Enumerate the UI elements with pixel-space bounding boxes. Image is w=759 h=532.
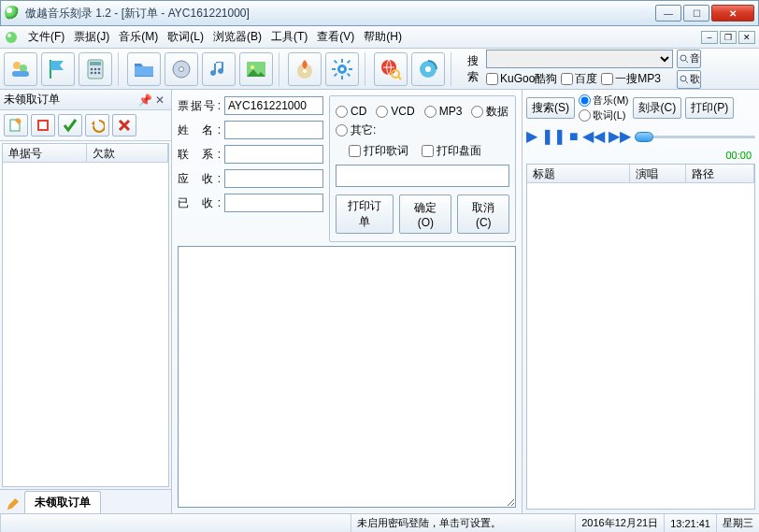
engine-baidu-checkbox[interactable]: 百度 xyxy=(561,71,597,87)
statusbar: 未启用密码登陆，单击可设置。 2016年12月21日 13:21:41 星期三 xyxy=(0,513,759,532)
svg-point-7 xyxy=(91,67,93,70)
receipt-input[interactable] xyxy=(224,96,323,115)
name-input[interactable] xyxy=(224,121,323,139)
mdi-restore-button[interactable]: ❐ xyxy=(720,31,737,44)
mdi-minimize-button[interactable]: – xyxy=(701,31,718,44)
svg-point-33 xyxy=(680,55,686,61)
time-label: 00:00 xyxy=(526,150,755,161)
contact-input[interactable] xyxy=(224,145,323,164)
menu-tool[interactable]: 工具(T) xyxy=(271,29,308,45)
minimize-button[interactable]: — xyxy=(655,5,681,22)
col-receipt-id[interactable]: 单据号 xyxy=(3,144,87,162)
undo-button[interactable] xyxy=(85,114,109,137)
maximize-button[interactable]: ☐ xyxy=(683,5,709,22)
contact-label: 联 系: xyxy=(178,147,221,163)
tool-globe-search-icon[interactable] xyxy=(374,52,408,86)
col-artist[interactable]: 演唱 xyxy=(630,165,686,182)
radio-other[interactable]: 其它: xyxy=(336,122,376,138)
next-button[interactable]: ▶▶ xyxy=(609,127,631,145)
menu-file[interactable]: 文件(F) xyxy=(28,29,64,45)
play-button[interactable]: ▶ xyxy=(526,127,537,145)
orders-table[interactable]: 单据号 欠款 xyxy=(2,143,169,487)
check-print-cover[interactable]: 打印盘面 xyxy=(422,143,481,159)
radio-vcd[interactable]: VCD xyxy=(376,105,414,118)
menu-receipt[interactable]: 票据(J) xyxy=(74,29,109,45)
tab-pending-orders[interactable]: 未领取订单 xyxy=(24,491,101,513)
playlist-table[interactable]: 标题 演唱 路径 xyxy=(526,164,755,510)
right-search-button[interactable]: 搜索(S) xyxy=(526,97,575,119)
tab-pen-icon xyxy=(4,496,21,513)
pin-icon[interactable]: 📌 xyxy=(137,93,152,108)
menu-view[interactable]: 查看(V) xyxy=(317,29,354,45)
status-message[interactable]: 未启用密码登陆，单击可设置。 xyxy=(351,514,575,532)
menu-lyric[interactable]: 歌词(L) xyxy=(167,29,204,45)
toolbar: 搜索 音 KuGoo酷狗 百度 一搜MP3 歌 xyxy=(0,49,759,90)
stop-button[interactable]: ■ xyxy=(569,128,579,145)
tool-flag-icon[interactable] xyxy=(41,52,75,86)
delete-button[interactable] xyxy=(112,114,136,137)
receivable-input[interactable] xyxy=(224,169,323,188)
tool-note-icon[interactable] xyxy=(202,52,236,86)
menu-music[interactable]: 音乐(M) xyxy=(119,29,158,45)
tool-disc-spin-icon[interactable] xyxy=(411,52,445,86)
search-lyric-button[interactable]: 歌 xyxy=(677,70,701,89)
svg-point-0 xyxy=(6,32,17,43)
tool-calc-icon[interactable] xyxy=(79,52,112,86)
radio-mp3[interactable]: MP3 xyxy=(424,105,463,118)
svg-rect-21 xyxy=(341,76,343,79)
svg-rect-4 xyxy=(12,71,29,77)
close-button[interactable]: ✕ xyxy=(711,5,754,22)
cancel-button[interactable]: 取消(C) xyxy=(457,194,509,234)
right-radio-music[interactable]: 音乐(M) xyxy=(579,93,629,108)
check-print-lyric[interactable]: 打印歌词 xyxy=(349,143,408,159)
menu-browser[interactable]: 浏览器(B) xyxy=(213,29,262,45)
new-order-button[interactable] xyxy=(4,114,28,137)
col-title[interactable]: 标题 xyxy=(527,165,630,182)
menu-icon xyxy=(4,30,19,45)
menu-help[interactable]: 帮助(H) xyxy=(364,29,402,45)
edit-order-button[interactable] xyxy=(31,114,55,137)
tool-burn-icon[interactable] xyxy=(288,52,322,86)
svg-rect-22 xyxy=(332,68,336,70)
tool-image-icon[interactable] xyxy=(239,52,273,86)
app-icon xyxy=(5,6,20,21)
right-burn-button[interactable]: 刻录(C) xyxy=(633,97,682,119)
confirm-button[interactable] xyxy=(58,114,82,137)
receivable-label: 应 收: xyxy=(178,171,221,187)
right-radio-lyric[interactable]: 歌词(L) xyxy=(579,108,629,122)
col-due[interactable]: 欠款 xyxy=(87,144,168,162)
radio-cd[interactable]: CD xyxy=(336,105,366,118)
name-label: 姓 名: xyxy=(178,122,221,138)
svg-rect-25 xyxy=(347,72,351,76)
search-music-button[interactable]: 音 xyxy=(677,50,701,68)
window-title: 傲越音乐刻录 1.2 - [新订单 - AYC161221000] xyxy=(25,6,655,22)
svg-point-11 xyxy=(94,71,97,74)
received-input[interactable] xyxy=(224,194,323,212)
left-panel: 未领取订单 📌 ✕ 单据号 欠款 未领取订单 xyxy=(0,90,172,513)
col-path[interactable]: 路径 xyxy=(686,165,754,182)
svg-point-16 xyxy=(251,65,254,69)
svg-rect-6 xyxy=(90,62,101,65)
mdi-close-button[interactable]: ✕ xyxy=(738,31,755,44)
prev-button[interactable]: ◀◀ xyxy=(582,127,605,145)
right-print-button[interactable]: 打印(P) xyxy=(685,97,734,119)
svg-point-28 xyxy=(340,67,344,71)
search-label: 搜索 xyxy=(464,53,482,85)
seek-slider[interactable] xyxy=(635,131,755,142)
engine-yiso-checkbox[interactable]: 一搜MP3 xyxy=(601,71,661,87)
svg-rect-27 xyxy=(334,72,337,76)
engine-kugoo-checkbox[interactable]: KuGoo酷狗 xyxy=(486,71,557,87)
other-text-input[interactable] xyxy=(336,165,509,187)
print-order-button[interactable]: 打印订单 xyxy=(336,194,394,234)
tool-folder-icon[interactable] xyxy=(127,52,161,86)
tool-users-icon[interactable] xyxy=(4,52,37,86)
radio-data[interactable]: 数据 xyxy=(471,104,508,120)
receipt-label: 票据号: xyxy=(178,98,221,114)
close-panel-icon[interactable]: ✕ xyxy=(152,93,167,108)
pause-button[interactable]: ❚❚ xyxy=(541,127,566,145)
tool-disc-browse-icon[interactable] xyxy=(165,52,198,86)
search-combo[interactable] xyxy=(486,50,673,68)
notes-textarea[interactable] xyxy=(178,246,516,508)
ok-button[interactable]: 确定(O) xyxy=(399,194,451,234)
tool-gear-icon[interactable] xyxy=(325,52,359,86)
